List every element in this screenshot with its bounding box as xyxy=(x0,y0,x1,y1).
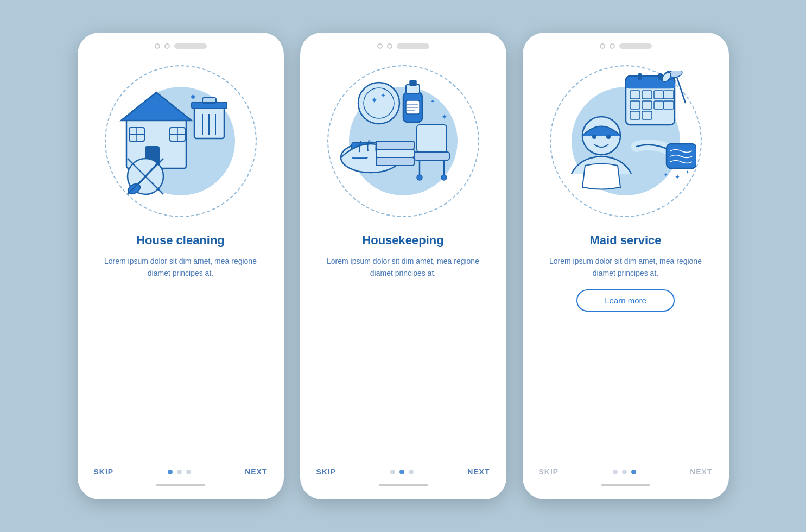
house-cleaning-svg: ✦ ✦ xyxy=(110,71,251,212)
skip-button-1[interactable]: SKIP xyxy=(94,467,114,476)
next-button-1[interactable]: NEXT xyxy=(245,467,267,476)
status-pill xyxy=(174,43,207,49)
housekeeping-svg: ✦ ✦ ✦ ✦ xyxy=(333,71,474,212)
home-indicator-3 xyxy=(601,484,650,486)
maid-service-svg: ✦ ✦ ✦ xyxy=(555,71,696,212)
svg-rect-38 xyxy=(417,125,447,152)
dots-2 xyxy=(390,470,414,474)
svg-point-34 xyxy=(358,83,399,124)
illustration-maid-service: ✦ ✦ ✦ xyxy=(539,54,713,228)
svg-text:✦: ✦ xyxy=(380,92,386,99)
svg-rect-29 xyxy=(410,80,416,86)
svg-text:✦: ✦ xyxy=(441,112,448,121)
status-circle-1 xyxy=(155,43,160,49)
screen2-bottom-nav: SKIP NEXT xyxy=(300,467,506,476)
svg-point-66 xyxy=(592,135,596,139)
svg-text:✦: ✦ xyxy=(675,173,680,181)
home-indicator-2 xyxy=(379,484,428,486)
skip-button-2[interactable]: SKIP xyxy=(316,467,337,476)
svg-text:✦: ✦ xyxy=(189,92,197,103)
screen3-body: Lorem ipsum dolor sit dim amet, mea regi… xyxy=(523,255,729,280)
learn-more-button[interactable]: Learn more xyxy=(576,289,675,312)
dot-1-1 xyxy=(168,470,173,474)
status-pill-2 xyxy=(397,43,429,49)
skip-button-3[interactable]: SKIP xyxy=(539,467,559,476)
status-bar-2 xyxy=(377,43,429,49)
screen3-bottom-nav: SKIP NEXT xyxy=(523,467,729,476)
status-circle-6 xyxy=(610,43,615,49)
screen1-title: House cleaning xyxy=(136,233,225,248)
screen2-title: Housekeeping xyxy=(362,233,443,248)
svg-rect-25 xyxy=(376,149,414,157)
illustration-housekeeping: ✦ ✦ ✦ ✦ xyxy=(316,54,490,228)
status-circle-5 xyxy=(600,43,605,49)
dot-2-1 xyxy=(390,470,395,474)
phone-screen-2: ✦ ✦ ✦ ✦ Housekeeping Lorem ipsum dolor s… xyxy=(300,33,506,499)
status-pill-3 xyxy=(619,43,652,49)
dot-3-3 xyxy=(631,470,636,474)
svg-rect-48 xyxy=(626,82,675,88)
svg-text:✦: ✦ xyxy=(430,98,435,104)
status-circle-4 xyxy=(387,43,392,49)
status-bar-3 xyxy=(600,43,652,49)
dot-3-1 xyxy=(613,470,618,474)
status-circle-3 xyxy=(377,43,383,49)
svg-text:✦: ✦ xyxy=(664,172,668,178)
status-circle-2 xyxy=(164,43,170,49)
screen1-body: Lorem ipsum dolor sit dim amet, mea regi… xyxy=(78,255,284,280)
svg-text:✦: ✦ xyxy=(686,169,690,175)
home-indicator-1 xyxy=(156,484,205,486)
screen3-title: Maid service xyxy=(589,233,661,248)
svg-rect-26 xyxy=(376,141,414,149)
dot-1-3 xyxy=(186,470,191,474)
svg-marker-1 xyxy=(121,92,192,121)
screen1-bottom-nav: SKIP NEXT xyxy=(78,467,284,476)
dots-3 xyxy=(613,470,636,474)
svg-text:✦: ✦ xyxy=(371,96,378,105)
svg-point-42 xyxy=(417,175,422,180)
phone-screen-1: ✦ ✦ xyxy=(78,33,284,499)
screen2-body: Lorem ipsum dolor sit dim amet, mea regi… xyxy=(300,255,506,280)
dot-3-2 xyxy=(622,470,627,474)
svg-rect-39 xyxy=(414,152,449,160)
svg-point-67 xyxy=(606,135,611,139)
dots-1 xyxy=(168,470,191,474)
dot-2-3 xyxy=(409,470,414,474)
phone-screen-3: ✦ ✦ ✦ Maid service Lorem ipsum dolor sit… xyxy=(523,33,729,499)
status-bar-1 xyxy=(155,43,207,49)
dot-2-2 xyxy=(399,470,404,474)
illustration-house-cleaning: ✦ ✦ xyxy=(94,54,268,228)
svg-rect-59 xyxy=(638,73,642,80)
dot-1-2 xyxy=(177,470,182,474)
next-button-3[interactable]: NEXT xyxy=(690,467,712,476)
svg-point-43 xyxy=(441,175,447,180)
next-button-2[interactable]: NEXT xyxy=(467,467,490,476)
svg-rect-24 xyxy=(376,157,414,166)
